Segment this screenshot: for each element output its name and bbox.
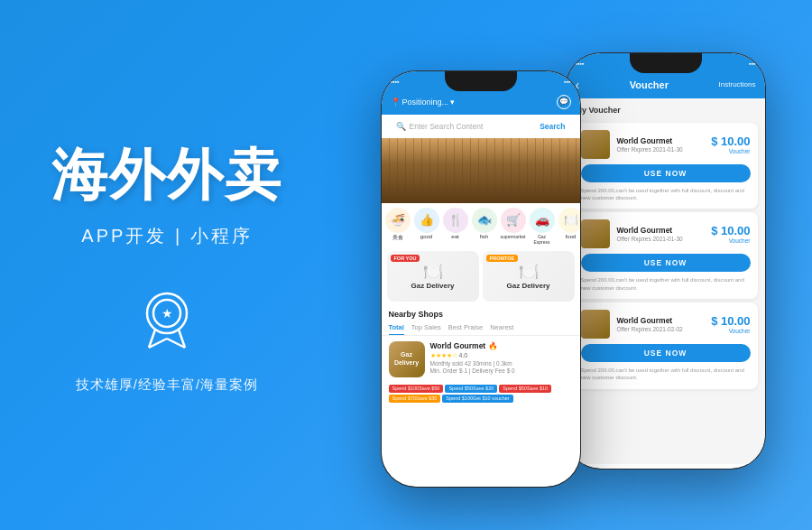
banner-promtoe[interactable]: PROMTOE 🍽️ Gaz Delivery — [483, 251, 575, 302]
voucher-card-1[interactable]: World Gourmet Offer Rxpires 2021-01-30 $… — [574, 123, 758, 209]
banner1-text: Gaz Delivery — [411, 282, 454, 290]
instructions-link[interactable]: Instructions — [719, 80, 756, 88]
award-icon: ★ — [135, 284, 198, 360]
vc1-top: World Gourmet Offer Rxpires 2021-01-30 $… — [581, 130, 751, 159]
meishi-label: 美食 — [392, 234, 403, 242]
shop-rating-value: 4.0 — [459, 352, 468, 358]
voucher-scroll-area[interactable]: My Voucher World Gourmet Offer Rxpires 2… — [567, 98, 765, 464]
phone2-battery: ▪▪▪ — [749, 60, 755, 67]
promtoe-badge: PROMTOE — [486, 255, 519, 262]
voucher-page-title: Voucher — [630, 79, 669, 90]
categories-row: 🍜 美食 👍 good 🍴 eat 🐟 fish 🛒 superm — [382, 203, 580, 246]
meishi-icon: 🍜 — [385, 208, 411, 233]
nearby-shops-title: Nearby Shops — [382, 306, 580, 321]
fish-label: fish — [480, 234, 488, 239]
bottom-text: 技术雄厚/经验丰富/海量案例 — [76, 377, 258, 394]
location-pin-icon: 📍 — [391, 98, 401, 107]
nearby-tabs: Total Top Sales Best Praise Nearest — [382, 321, 580, 336]
left-section: 海外外卖 APP开发 | 小程序 ★ 技术雄厚/经验丰富/海量案例 — [0, 0, 334, 530]
chevron-icon: ▾ — [450, 98, 455, 107]
search-icon: 🔍 — [396, 122, 406, 131]
vc2-desc: Spend 200.00,can't be used together with… — [581, 276, 751, 292]
category-fish[interactable]: 🐟 fish — [472, 208, 497, 245]
vc3-shop-name: World Gourmet — [617, 316, 705, 325]
banner-foryou[interactable]: FOR YOU 🍽️ Gaz Delivery — [387, 251, 479, 302]
tab-best-praise[interactable]: Best Praise — [448, 321, 483, 335]
hero-image — [382, 138, 580, 203]
food-label: food — [566, 234, 577, 239]
phone2-notch — [630, 53, 702, 73]
banner1-dish-icon: 🍽️ — [423, 262, 443, 282]
voucher-tags: Spend $100Save $50 Spend $50Save $20 Spe… — [382, 383, 580, 406]
use-now-btn-1[interactable]: USE NOW — [581, 164, 751, 182]
gaz-express-icon: 🚗 — [530, 208, 555, 233]
main-title: 海外外卖 — [51, 137, 282, 213]
phones-container: ▪▪▪▪ 13:20 ▪▪▪ 📍 Positioning... ▾ 💬 🔍 En… — [334, 0, 812, 530]
phone1-chat-button[interactable]: 💬 — [557, 95, 571, 109]
category-food[interactable]: 🍽️ food — [558, 208, 580, 245]
good-icon: 👍 — [414, 208, 439, 233]
vc2-logo — [581, 219, 610, 248]
banner2-text: Gaz Delivery — [506, 282, 549, 290]
vc3-top: World Gourmet Offer Rxpires 2021-02-02 $… — [581, 310, 751, 339]
shop-name: World Gourmet 🔥 — [430, 341, 573, 350]
shop-logo: GazDelivery — [389, 341, 425, 377]
category-good[interactable]: 👍 good — [414, 208, 439, 245]
vc3-price: $ 10.00 — [711, 314, 750, 328]
search-placeholder[interactable]: Enter Search Content — [410, 122, 537, 131]
vc2-price: $ 10.00 — [711, 224, 750, 237]
shop-rating-row: ★★★★☆ 4.0 — [430, 352, 573, 359]
phone1-screen: ▪▪▪▪ 13:20 ▪▪▪ 📍 Positioning... ▾ 💬 🔍 En… — [382, 71, 580, 487]
vtag-1: Spend $100Save $50 — [389, 385, 444, 393]
svg-text:★: ★ — [161, 306, 173, 321]
vc1-type: Voucher — [711, 148, 750, 154]
vc3-amount: $ 10.00 Voucher — [711, 314, 750, 334]
shop-meta-sold: Monthly sold 42 30mins | 0.3km — [430, 360, 573, 367]
vc1-info: World Gourmet Offer Rxpires 2021-01-30 — [617, 136, 705, 153]
phone1-notch — [445, 71, 517, 91]
location-text: Positioning... — [402, 98, 449, 107]
search-bar: 🔍 Enter Search Content Search — [389, 118, 573, 135]
shop-logo-text: GazDelivery — [394, 351, 419, 367]
voucher-card-3[interactable]: World Gourmet Offer Rxpires 2021-02-02 $… — [574, 302, 758, 389]
vc3-type: Voucher — [711, 328, 750, 334]
shop-item-world-gourmet[interactable]: GazDelivery World Gourmet 🔥 ★★★★☆ 4.0 Mo… — [382, 336, 580, 383]
vc1-price: $ 10.00 — [711, 135, 750, 148]
supermarket-label: supermarket — [501, 234, 526, 239]
banner-section: FOR YOU 🍽️ Gaz Delivery PROMTOE 🍽️ Gaz D… — [382, 246, 580, 306]
category-meishi[interactable]: 🍜 美食 — [385, 208, 411, 245]
phone2-screen: ▪▪▪▪ 13:20 ▪▪▪ ‹ Voucher Instructions My… — [567, 53, 765, 469]
vc2-info: World Gourmet Offer Rxpires 2021-01-30 — [617, 226, 705, 242]
food-icon: 🍽️ — [558, 208, 580, 233]
vtag-5: Spend $100Get $10 voucher — [442, 395, 512, 403]
shop-info: World Gourmet 🔥 ★★★★☆ 4.0 Monthly sold 4… — [430, 341, 573, 374]
vc2-amount: $ 10.00 Voucher — [711, 224, 750, 244]
sub-title: APP开发 | 小程序 — [81, 224, 252, 248]
category-supermarket[interactable]: 🛒 supermarket — [501, 208, 526, 245]
vc2-top: World Gourmet Offer Rxpires 2021-01-30 $… — [581, 219, 751, 248]
phone1-battery: ▪▪▪ — [564, 79, 570, 85]
category-eat[interactable]: 🍴 eat — [443, 208, 468, 245]
tab-top-sales[interactable]: Top Sales — [411, 321, 441, 335]
tab-nearest[interactable]: Nearest — [490, 321, 513, 335]
vc3-logo — [581, 310, 610, 339]
category-gaz-express[interactable]: 🚗 Gaz Express — [530, 208, 555, 245]
search-button[interactable]: Search — [540, 122, 565, 131]
vc1-desc: Spend 200.00,can't be used together with… — [581, 187, 751, 202]
use-now-btn-2[interactable]: USE NOW — [581, 254, 751, 272]
use-now-btn-3[interactable]: USE NOW — [581, 344, 751, 362]
vc3-info: World Gourmet Offer Rxpires 2021-02-02 — [617, 316, 705, 332]
vc2-shop-name: World Gourmet — [617, 226, 705, 235]
phone2-signal: ▪▪▪▪ — [576, 60, 585, 67]
good-label: good — [420, 234, 432, 239]
phone1-signal: ▪▪▪▪ — [391, 79, 400, 85]
voucher-card-2[interactable]: World Gourmet Offer Rxpires 2021-01-30 $… — [574, 212, 758, 299]
supermarket-icon: 🛒 — [501, 208, 526, 233]
vc1-logo — [581, 130, 610, 159]
phone2-frame: ▪▪▪▪ 13:20 ▪▪▪ ‹ Voucher Instructions My… — [567, 53, 765, 469]
phone1-location[interactable]: 📍 Positioning... ▾ — [391, 98, 456, 107]
vc2-type: Voucher — [711, 237, 750, 244]
vc3-expiry: Offer Rxpires 2021-02-02 — [617, 326, 705, 332]
tab-total[interactable]: Total — [389, 321, 404, 335]
phone1-header: 📍 Positioning... ▾ 💬 — [382, 91, 580, 115]
